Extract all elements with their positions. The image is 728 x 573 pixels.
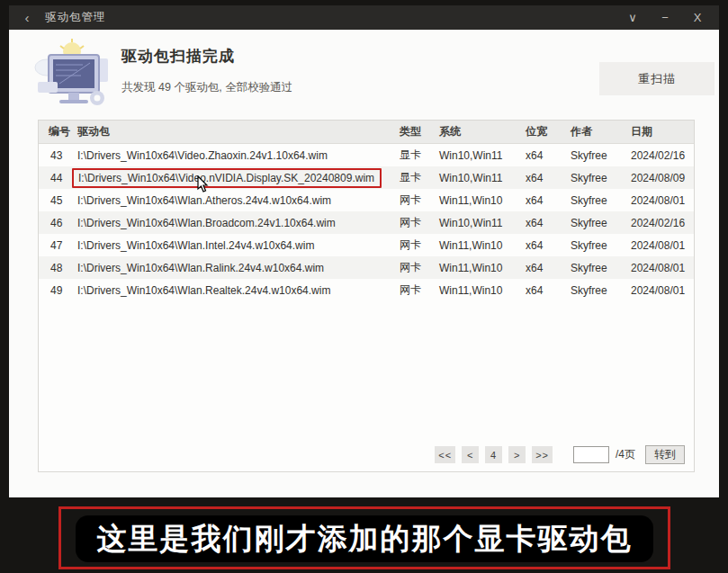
window-controls: ∨ − X xyxy=(620,8,719,28)
cell-type: 显卡 xyxy=(400,148,439,163)
table-row[interactable]: 43 I:\Drivers_Win10x64\Video.Zhaoxin.24v… xyxy=(39,144,694,166)
table-body: 43 I:\Drivers_Win10x64\Video.Zhaoxin.24v… xyxy=(39,144,694,301)
prev-page-button[interactable]: < xyxy=(462,446,479,463)
cell-arch: x64 xyxy=(526,284,571,297)
cell-package-path: I:\Drivers_Win10x64\Wlan.Intel.24v4.w10x… xyxy=(77,239,400,252)
content-area: 驱动包扫描完成 共发现 49 个驱动包, 全部校验通过 重扫描 编号 驱动包 类… xyxy=(9,30,719,497)
cell-arch: x64 xyxy=(526,149,571,162)
cell-package-path: I:\Drivers_Win10x64\Wlan.Broadcom.24v1.1… xyxy=(77,217,400,229)
cell-author: Skyfree xyxy=(571,149,631,162)
caption-text: 这里是我们刚才添加的那个显卡驱动包 xyxy=(97,519,633,560)
table-row[interactable]: 46 I:\Drivers_Win10x64\Wlan.Broadcom.24v… xyxy=(39,211,694,234)
page-number-input[interactable] xyxy=(573,446,609,463)
cell-id: 48 xyxy=(39,262,77,274)
chevron-down-icon[interactable]: ∨ xyxy=(620,8,645,28)
cell-package-path: I:\Drivers_Win10x64\Video.Zhaoxin.24v1.1… xyxy=(77,149,400,162)
back-icon[interactable]: ‹ xyxy=(9,10,45,25)
cell-arch: x64 xyxy=(526,194,571,207)
cell-type: 网卡 xyxy=(400,192,439,208)
cell-arch: x64 xyxy=(526,239,571,252)
cell-arch: x64 xyxy=(526,217,571,229)
table-row[interactable]: 49 I:\Drivers_Win10x64\Wlan.Realtek.24v4… xyxy=(39,279,694,301)
col-header-os: 系统 xyxy=(439,124,526,139)
cell-type: 网卡 xyxy=(400,237,439,253)
cell-date: 2024/08/01 xyxy=(631,284,694,297)
current-page-button[interactable]: 4 xyxy=(485,446,502,463)
col-header-author: 作者 xyxy=(571,124,631,139)
cell-date: 2024/02/16 xyxy=(631,149,694,162)
col-header-date: 日期 xyxy=(631,124,694,139)
first-page-button[interactable]: << xyxy=(435,446,455,463)
cell-author: Skyfree xyxy=(571,217,631,229)
cell-type: 网卡 xyxy=(400,260,439,275)
cell-author: Skyfree xyxy=(571,262,631,274)
cell-os: Win11,Win10 xyxy=(439,262,526,274)
cell-date: 2024/08/01 xyxy=(631,194,694,207)
col-header-package: 驱动包 xyxy=(77,124,400,139)
last-page-button[interactable]: >> xyxy=(532,446,553,463)
pagination: << < 4 > >> /4页 转到 xyxy=(435,445,685,464)
driver-table: 编号 驱动包 类型 系统 位宽 作者 日期 43 I:\Drivers_Win1… xyxy=(38,120,695,472)
cell-id: 45 xyxy=(39,194,77,207)
close-icon[interactable]: X xyxy=(685,8,710,28)
cell-package-path: I:\Drivers_Win10x64\Video.nVIDIA.Display… xyxy=(77,168,400,188)
col-header-arch: 位宽 xyxy=(526,124,571,139)
goto-page-button[interactable]: 转到 xyxy=(645,445,685,464)
total-pages-label: /4页 xyxy=(616,447,635,462)
minimize-icon[interactable]: − xyxy=(652,8,678,28)
computer-scan-icon xyxy=(32,39,112,112)
cell-date: 2024/08/09 xyxy=(631,172,694,184)
cell-id: 43 xyxy=(39,149,77,162)
cell-author: Skyfree xyxy=(571,284,631,297)
cell-date: 2024/02/16 xyxy=(631,217,694,229)
cell-package-path: I:\Drivers_Win10x64\Wlan.Atheros.24v4.w1… xyxy=(77,194,400,207)
titlebar: ‹ 驱动包管理 ∨ − X xyxy=(9,5,719,30)
cell-id: 49 xyxy=(39,284,77,297)
cell-os: Win10,Win11 xyxy=(439,172,526,184)
table-row[interactable]: 48 I:\Drivers_Win10x64\Wlan.Ralink.24v4.… xyxy=(39,256,694,279)
window-title: 驱动包管理 xyxy=(45,10,106,25)
caption-background: 这里是我们刚才添加的那个显卡驱动包 xyxy=(76,515,653,562)
table-header-row: 编号 驱动包 类型 系统 位宽 作者 日期 xyxy=(39,121,694,144)
cell-os: Win10,Win11 xyxy=(439,149,526,162)
next-page-button[interactable]: > xyxy=(508,446,526,463)
table-row[interactable]: 47 I:\Drivers_Win10x64\Wlan.Intel.24v4.w… xyxy=(39,234,694,256)
col-header-type: 类型 xyxy=(400,124,439,139)
page-title: 驱动包扫描完成 xyxy=(121,46,235,67)
cell-author: Skyfree xyxy=(571,172,631,184)
screen: ‹ 驱动包管理 ∨ − X xyxy=(0,0,728,573)
cell-package-path: I:\Drivers_Win10x64\Wlan.Ralink.24v4.w10… xyxy=(77,262,400,274)
cell-arch: x64 xyxy=(526,262,571,274)
cell-os: Win11,Win10 xyxy=(439,239,526,252)
cell-date: 2024/08/01 xyxy=(631,239,694,252)
cell-type: 网卡 xyxy=(400,215,439,230)
driver-manager-window: ‹ 驱动包管理 ∨ − X xyxy=(9,5,719,497)
cell-os: Win11,Win10 xyxy=(439,284,526,297)
cell-author: Skyfree xyxy=(571,194,631,207)
mouse-cursor xyxy=(197,175,210,193)
table-row[interactable]: 44 I:\Drivers_Win10x64\Video.nVIDIA.Disp… xyxy=(39,166,694,189)
cell-os: Win10,Win11 xyxy=(439,217,526,229)
cell-id: 47 xyxy=(39,239,77,252)
rescan-button[interactable]: 重扫描 xyxy=(599,62,715,95)
cell-id: 46 xyxy=(39,217,77,229)
scan-summary: 共发现 49 个驱动包, 全部校验通过 xyxy=(121,80,292,95)
col-header-id: 编号 xyxy=(39,124,77,139)
video-caption-box: 这里是我们刚才添加的那个显卡驱动包 xyxy=(58,506,670,569)
cell-arch: x64 xyxy=(526,172,571,184)
cell-author: Skyfree xyxy=(571,239,631,252)
table-row[interactable]: 45 I:\Drivers_Win10x64\Wlan.Atheros.24v4… xyxy=(39,189,694,211)
cell-os: Win11,Win10 xyxy=(439,194,526,207)
cell-date: 2024/08/01 xyxy=(631,262,694,274)
cell-type: 网卡 xyxy=(400,282,439,298)
cell-package-path: I:\Drivers_Win10x64\Wlan.Realtek.24v4.w1… xyxy=(77,284,400,297)
cell-type: 显卡 xyxy=(400,170,439,185)
